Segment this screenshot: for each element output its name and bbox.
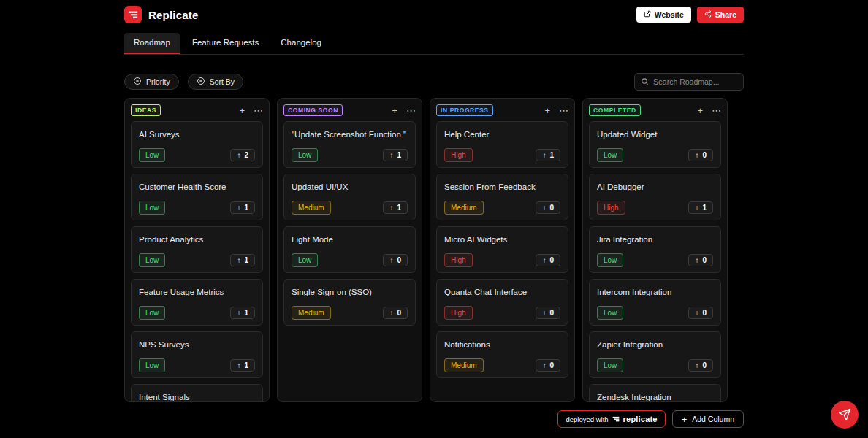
send-feedback-fab[interactable] [831,401,859,429]
upvote-button[interactable]: ↑ 0 [536,201,560,214]
priority-badge: High [444,253,473,267]
upvote-arrow-icon: ↑ [237,151,240,159]
card-meta: Low ↑ 2 [139,148,255,162]
tab-changelog[interactable]: Changelog [271,33,331,54]
upvote-arrow-icon: ↑ [389,204,393,212]
upvote-button[interactable]: ↑ 0 [536,254,560,266]
priority-badge: Low [597,253,623,267]
priority-filter-label: Priority [146,77,170,86]
priority-badge: Low [139,148,165,162]
roadmap-card[interactable]: Updated UI/UX Medium ↑ 1 [283,174,416,220]
add-card-icon[interactable]: + [239,106,245,115]
deployed-with-badge[interactable]: deployed with replicate [557,410,665,428]
upvote-button[interactable]: ↑ 0 [688,254,713,266]
tab-feature-requests[interactable]: Feature Requests [183,33,268,54]
card-title: Micro AI Widgets [444,234,560,245]
upvote-button[interactable]: ↑ 1 [383,149,408,161]
app-logo-icon [124,6,142,23]
roadmap-card[interactable]: Zendesk Integration [589,384,721,402]
upvote-button[interactable]: ↑ 0 [688,307,713,319]
priority-badge: Medium [292,201,331,215]
upvote-button[interactable]: ↑ 1 [230,254,255,266]
sort-by-button[interactable]: Sort By [188,74,243,90]
upvote-button[interactable]: ↑ 2 [230,149,255,161]
roadmap-card[interactable]: "Update Screenshot Function " Low ↑ 1 [283,121,416,168]
roadmap-card[interactable]: Single Sign-on (SSO) Medium ↑ 0 [283,279,416,326]
card-title: Help Center [444,129,560,139]
add-card-icon[interactable]: + [544,106,550,115]
sort-by-label: Sort By [210,77,235,86]
card-meta: Low ↑ 0 [292,253,408,267]
upvote-button[interactable]: ↑ 0 [536,359,560,372]
column-header: COMING SOON + ⋯ [283,104,416,117]
roadmap-card[interactable]: Quanta Chat Interface High ↑ 0 [436,279,568,326]
roadmap-card[interactable]: AI Debugger High ↑ 1 [589,174,721,220]
vote-count: 0 [702,256,707,264]
vote-count: 1 [397,151,401,159]
card-title: Intercom Integration [597,287,713,297]
roadmap-card[interactable]: Intent Signals [131,384,263,402]
share-button[interactable]: Share [697,7,744,23]
tab-roadmap[interactable]: Roadmap [124,33,180,54]
roadmap-card[interactable]: Feature Usage Metrics Low ↑ 1 [131,279,263,326]
add-column-button[interactable]: + Add Column [672,410,744,428]
upvote-button[interactable]: ↑ 1 [383,201,408,214]
priority-badge: Low [139,253,165,267]
roadmap-card[interactable]: Customer Health Score Low ↑ 1 [131,174,263,220]
upvote-button[interactable]: ↑ 1 [688,201,713,214]
add-card-icon[interactable]: + [697,106,703,115]
roadmap-card[interactable]: Product Analytics Low ↑ 1 [131,226,263,273]
search-input[interactable] [653,77,737,86]
upvote-button[interactable]: ↑ 0 [383,254,408,266]
priority-filter-button[interactable]: Priority [124,74,179,90]
column-menu-icon[interactable]: ⋯ [406,106,416,115]
card-meta: High ↑ 0 [444,253,560,267]
roadmap-card[interactable]: Light Mode Low ↑ 0 [283,226,416,273]
add-card-icon[interactable]: + [392,106,397,115]
roadmap-card[interactable]: NPS Surveys Low ↑ 1 [131,331,263,378]
card-title: Updated UI/UX [292,182,408,192]
upvote-arrow-icon: ↑ [695,151,698,159]
roadmap-card[interactable]: Help Center High ↑ 1 [436,121,568,168]
share-icon [704,10,712,19]
roadmap-card[interactable]: Micro AI Widgets High ↑ 0 [436,226,568,273]
upvote-button[interactable]: ↑ 1 [536,149,560,161]
website-button[interactable]: Website [636,7,691,23]
card-meta: Low ↑ 0 [597,148,713,162]
card-title: Quanta Chat Interface [444,287,560,297]
upvote-arrow-icon: ↑ [695,256,698,264]
roadmap-card[interactable]: Zapier Integration Low ↑ 0 [589,331,721,378]
upvote-button[interactable]: ↑ 0 [688,359,713,372]
upvote-button[interactable]: ↑ 0 [383,307,408,319]
roadmap-card[interactable]: Notifications Medium ↑ 0 [436,331,568,378]
upvote-button[interactable]: ↑ 1 [230,359,255,372]
upvote-button[interactable]: ↑ 1 [230,201,255,214]
upvote-button[interactable]: ↑ 0 [688,149,713,161]
card-meta: High ↑ 0 [444,306,560,320]
priority-badge: Medium [444,201,484,215]
vote-count: 0 [702,309,707,317]
upvote-arrow-icon: ↑ [542,309,546,317]
roadmap-card[interactable]: Updated Widget Low ↑ 0 [589,121,721,168]
roadmap-card[interactable]: Jira Integration Low ↑ 0 [589,226,721,273]
column-label: IN PROGRESS [436,104,493,116]
upvote-arrow-icon: ↑ [389,256,393,264]
card-title: Session From Feedback [444,182,560,192]
card-meta: Low ↑ 0 [597,306,713,320]
replicate-logo-icon [612,415,620,423]
upvote-button[interactable]: ↑ 0 [536,307,560,319]
roadmap-card[interactable]: AI Surveys Low ↑ 2 [131,121,263,168]
upvote-arrow-icon: ↑ [542,151,546,159]
column-menu-icon[interactable]: ⋯ [254,106,263,115]
upvote-arrow-icon: ↑ [389,309,393,317]
upvote-button[interactable]: ↑ 1 [230,307,255,319]
column-menu-icon[interactable]: ⋯ [559,106,568,115]
column-actions: + ⋯ [239,106,263,115]
column-menu-icon[interactable]: ⋯ [712,106,721,115]
roadmap-card[interactable]: Session From Feedback Medium ↑ 0 [436,174,568,220]
app-header: Replicate Website Share [0,0,868,29]
card-title: AI Surveys [139,129,255,139]
board: IDEAS + ⋯ AI Surveys Low ↑ 2 Customer He… [124,98,744,402]
priority-badge: Medium [292,306,331,320]
roadmap-card[interactable]: Intercom Integration Low ↑ 0 [589,279,721,326]
